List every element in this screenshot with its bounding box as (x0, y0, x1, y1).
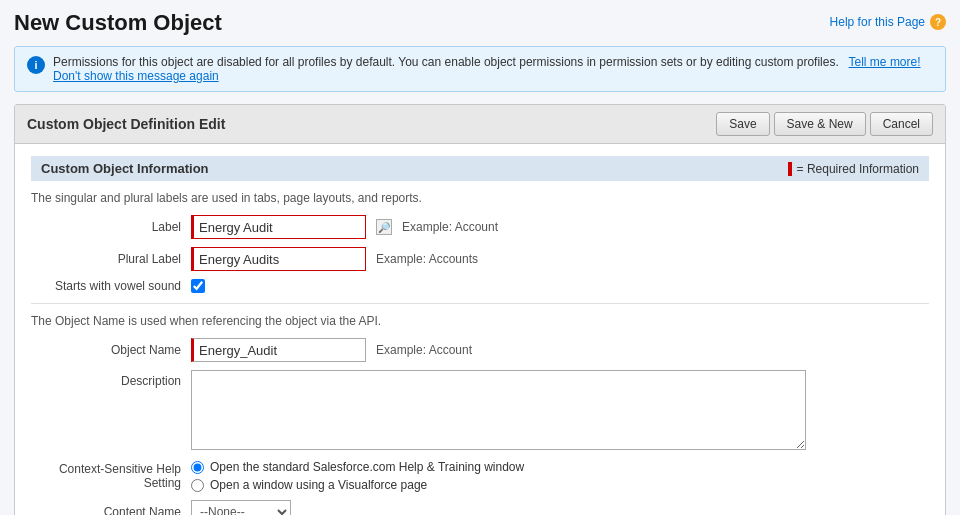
object-name-row: Object Name Example: Account (31, 338, 929, 362)
object-name-input[interactable] (191, 338, 366, 362)
description-textarea[interactable] (191, 370, 806, 450)
page-wrapper: New Custom Object Help for this Page ? i… (0, 0, 960, 515)
radio-visualforce-label: Open a window using a Visualforce page (210, 478, 427, 492)
main-panel: Custom Object Definition Edit Save Save … (14, 104, 946, 515)
banner-content: Permissions for this object are disabled… (53, 55, 933, 83)
label-field-label: Label (31, 220, 191, 234)
toolbar-buttons: Save Save & New Cancel (716, 112, 933, 136)
radio-standard-label: Open the standard Salesforce.com Help & … (210, 460, 524, 474)
page-header: New Custom Object Help for this Page ? (14, 10, 946, 36)
radio-visualforce-row: Open a window using a Visualforce page (191, 478, 524, 492)
panel-header: Custom Object Definition Edit Save Save … (15, 105, 945, 144)
label-input[interactable] (191, 215, 366, 239)
help-icon: ? (930, 14, 946, 30)
plural-label-field-label: Plural Label (31, 252, 191, 266)
required-bar (788, 162, 792, 176)
required-legend: = Required Information (788, 162, 919, 176)
banner-message: Permissions for this object are disabled… (53, 55, 839, 69)
plural-example: Example: Accounts (376, 252, 478, 266)
label-input-wrap: 🔎 Example: Account (191, 215, 498, 239)
radio-visualforce[interactable] (191, 479, 204, 492)
plural-label-input[interactable] (191, 247, 366, 271)
api-section-desc: The Object Name is used when referencing… (31, 314, 929, 328)
tell-more-link[interactable]: Tell me more! (849, 55, 921, 69)
label-section-desc: The singular and plural labels are used … (31, 191, 929, 205)
label-row: Label 🔎 Example: Account (31, 215, 929, 239)
radio-standard-row: Open the standard Salesforce.com Help & … (191, 460, 524, 474)
plural-label-row: Plural Label Example: Accounts (31, 247, 929, 271)
cancel-button[interactable]: Cancel (870, 112, 933, 136)
description-label: Description (31, 370, 191, 388)
label-example: Example: Account (402, 220, 498, 234)
object-name-example: Example: Account (376, 343, 472, 357)
vowel-checkbox[interactable] (191, 279, 205, 293)
plural-input-wrap: Example: Accounts (191, 247, 478, 271)
help-setting-label: Context-Sensitive Help Setting (31, 460, 191, 490)
info-banner: i Permissions for this object are disabl… (14, 46, 946, 92)
vowel-label: Starts with vowel sound (31, 279, 191, 293)
radio-group: Open the standard Salesforce.com Help & … (191, 460, 524, 492)
vowel-row: Starts with vowel sound (31, 279, 929, 293)
content-name-row: Content Name --None-- (31, 500, 929, 515)
help-link-text: Help for this Page (830, 15, 925, 29)
content-name-select[interactable]: --None-- (191, 500, 291, 515)
save-button[interactable]: Save (716, 112, 769, 136)
required-text: = Required Information (797, 162, 919, 176)
help-link[interactable]: Help for this Page ? (830, 14, 946, 30)
save-new-button[interactable]: Save & New (774, 112, 866, 136)
panel-header-title: Custom Object Definition Edit (27, 116, 225, 132)
radio-standard[interactable] (191, 461, 204, 474)
lookup-icon[interactable]: 🔎 (376, 219, 392, 235)
page-title: New Custom Object (14, 10, 222, 36)
object-name-field-label: Object Name (31, 343, 191, 357)
content-name-label: Content Name (31, 505, 191, 515)
section-header: Custom Object Information = Required Inf… (31, 156, 929, 181)
info-icon: i (27, 56, 45, 74)
main-section: Custom Object Information = Required Inf… (15, 144, 945, 515)
description-row: Description (31, 370, 929, 450)
dont-show-link[interactable]: Don't show this message again (53, 69, 219, 83)
help-setting-row: Context-Sensitive Help Setting Open the … (31, 460, 929, 492)
object-name-input-wrap: Example: Account (191, 338, 472, 362)
divider (31, 303, 929, 304)
section-title: Custom Object Information (41, 161, 209, 176)
